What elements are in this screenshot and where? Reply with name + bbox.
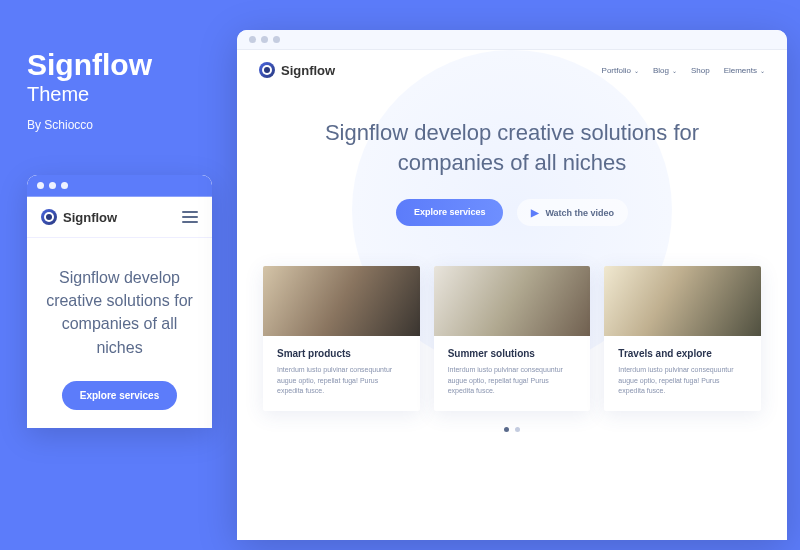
window-dot [273,36,280,43]
card-body: Travels and explore Interdum iusto pulvi… [604,336,761,411]
cards-row: Smart products Interdum iusto pulvinar c… [237,248,787,421]
mobile-preview: Signflow Signflow develop creative solut… [27,175,212,428]
card-image [604,266,761,336]
nav-label: Blog [653,66,669,75]
card-title: Travels and explore [618,348,747,359]
window-dot [61,182,68,189]
logo[interactable]: Signflow [259,62,335,78]
nav-label: Shop [691,66,710,75]
promo-title: Signflow [27,48,152,81]
card-title: Smart products [277,348,406,359]
pager-dot[interactable] [504,427,509,432]
chevron-down-icon: ⌄ [760,67,765,74]
promo-byline: By Schiocco [27,118,152,132]
window-dot [49,182,56,189]
card-body: Smart products Interdum iusto pulvinar c… [263,336,420,411]
chevron-down-icon: ⌄ [672,67,677,74]
hamburger-icon[interactable] [182,211,198,223]
carousel-pager [237,421,787,438]
window-dots [249,36,280,43]
promo-block: Signflow Theme By Schiocco [27,48,152,132]
window-dot [249,36,256,43]
card-image [263,266,420,336]
window-dot [37,182,44,189]
card-travels-explore[interactable]: Travels and explore Interdum iusto pulvi… [604,266,761,411]
explore-services-button[interactable]: Explore services [396,199,504,226]
play-icon: ▶ [531,207,539,218]
window-dots [37,182,68,189]
promo-subtitle: Theme [27,83,152,106]
nav-item-elements[interactable]: Elements ⌄ [724,66,765,75]
card-title: Summer solutions [448,348,577,359]
mobile-header: Signflow [27,197,212,238]
nav-label: Elements [724,66,757,75]
card-smart-products[interactable]: Smart products Interdum iusto pulvinar c… [263,266,420,411]
nav-label: Portfolio [602,66,631,75]
logo-text: Signflow [63,210,117,225]
card-image [434,266,591,336]
mobile-hero-title: Signflow develop creative solutions for … [45,266,194,359]
chevron-down-icon: ⌄ [634,67,639,74]
card-text: Interdum iusto pulvinar consequuntur aug… [277,365,406,397]
window-dot [261,36,268,43]
card-summer-solutions[interactable]: Summer solutions Interdum iusto pulvinar… [434,266,591,411]
hero-section: Signflow develop creative solutions for … [237,90,787,248]
hero-cta-row: Explore services ▶ Watch the video [277,199,747,226]
nav-item-shop[interactable]: Shop [691,66,710,75]
desktop-preview: Signflow Home ⌄ Pages ⌄ Portfolio ⌄ Blog… [237,30,787,540]
watch-video-label: Watch the video [545,208,614,218]
logo-text: Signflow [281,63,335,78]
desktop-titlebar [237,30,787,50]
logo[interactable]: Signflow [41,209,117,225]
card-text: Interdum iusto pulvinar consequuntur aug… [618,365,747,397]
explore-services-button[interactable]: Explore services [62,381,178,410]
mobile-hero: Signflow develop creative solutions for … [27,238,212,428]
mobile-titlebar [27,175,212,197]
logo-icon [41,209,57,225]
nav-item-blog[interactable]: Blog ⌄ [653,66,677,75]
card-text: Interdum iusto pulvinar consequuntur aug… [448,365,577,397]
logo-icon [259,62,275,78]
pager-dot[interactable] [515,427,520,432]
nav-item-portfolio[interactable]: Portfolio ⌄ [602,66,639,75]
watch-video-button[interactable]: ▶ Watch the video [517,199,628,226]
card-body: Summer solutions Interdum iusto pulvinar… [434,336,591,411]
hero-title: Signflow develop creative solutions for … [277,118,747,177]
